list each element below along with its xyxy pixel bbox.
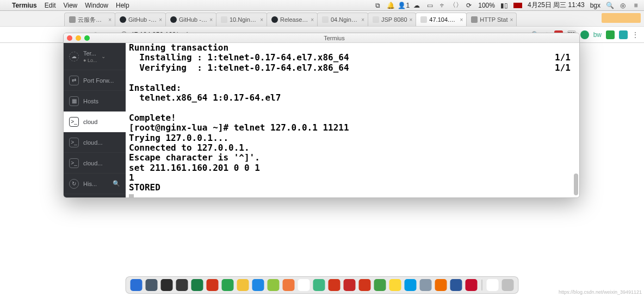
- sidebar-item-history[interactable]: ↻ His... 🔍: [64, 174, 126, 194]
- record-icon[interactable]: ⧉: [374, 2, 381, 9]
- dock-app-icon[interactable]: [466, 279, 478, 291]
- close-tab-icon[interactable]: ×: [108, 17, 112, 23]
- search-icon[interactable]: 🔍: [113, 180, 120, 187]
- menubar-date[interactable]: 4月25日 周三 11:43: [528, 1, 585, 10]
- dock-app-icon[interactable]: [344, 279, 356, 291]
- input-flag-icon[interactable]: [513, 3, 522, 8]
- browser-tab[interactable]: GitHub - un×: [165, 13, 216, 26]
- window-close-icon[interactable]: [67, 35, 72, 41]
- menu-view[interactable]: View: [63, 2, 77, 9]
- dock-app-icon[interactable]: [374, 279, 386, 291]
- dock-app-icon[interactable]: [252, 279, 264, 291]
- sidebar-item-session[interactable]: >_ cloud...: [64, 153, 126, 174]
- sync-icon[interactable]: ⟳: [465, 2, 473, 9]
- sidebar-item-sublabel: ● Lo...: [83, 58, 97, 63]
- code-icon[interactable]: 〈〉: [452, 2, 460, 9]
- dock-app-icon[interactable]: [329, 279, 340, 291]
- sidebar-item-label: cloud...: [83, 139, 120, 146]
- dock-app-icon[interactable]: [268, 279, 280, 291]
- browser-tab[interactable]: Releases · c×: [267, 13, 318, 26]
- dock-app-icon[interactable]: [435, 279, 447, 291]
- close-tab-icon[interactable]: ×: [410, 17, 413, 23]
- extension-icon[interactable]: [619, 30, 628, 39]
- dock-app-icon[interactable]: [450, 279, 462, 291]
- dock-app-icon[interactable]: [283, 279, 295, 291]
- extension-icon[interactable]: bw: [593, 31, 602, 39]
- extension-icon[interactable]: [606, 30, 615, 39]
- dock-app-icon[interactable]: [237, 279, 249, 291]
- browser-tab[interactable]: GitHub - lov×: [115, 13, 166, 26]
- close-tab-icon[interactable]: ×: [159, 17, 162, 23]
- sidebar-item-label: Port Forw...: [83, 77, 120, 84]
- dock-app-icon[interactable]: [487, 279, 499, 291]
- close-tab-icon[interactable]: ×: [311, 17, 314, 23]
- browser-tab[interactable]: JSP 8080×: [368, 13, 416, 26]
- browser-tab[interactable]: HTTP Stat×: [466, 13, 517, 26]
- sidebar-item-label: Hosts: [83, 98, 120, 104]
- sidebar-item-port-forwarding[interactable]: ⇄ Port Forw...: [64, 70, 126, 91]
- sidebar-item-session[interactable]: >_ cloud...: [64, 132, 126, 153]
- window-maximize-icon[interactable]: [84, 35, 90, 41]
- close-tab-icon[interactable]: ×: [209, 17, 213, 23]
- watermark-badge: [602, 13, 641, 23]
- dock-app-icon[interactable]: [502, 279, 514, 291]
- close-tab-icon[interactable]: ×: [460, 17, 463, 23]
- sidebar-item-hosts[interactable]: ▦ Hosts: [64, 91, 126, 112]
- terminal-icon: >_: [69, 158, 79, 168]
- macos-menubar: Termius Edit View Window Help ⧉ 🔔 👤1 ☁ ▭…: [0, 0, 644, 11]
- window-minimize-icon[interactable]: [76, 35, 81, 41]
- close-tab-icon[interactable]: ×: [361, 17, 364, 23]
- notifications-icon[interactable]: ≡: [632, 2, 640, 9]
- dock-app-icon[interactable]: [222, 279, 234, 291]
- dock-app-icon[interactable]: [191, 279, 203, 291]
- close-tab-icon[interactable]: ×: [260, 17, 263, 23]
- display-icon[interactable]: ▭: [426, 2, 434, 9]
- terminal-output[interactable]: Running transaction Installing : 1:telne…: [126, 43, 579, 197]
- app-name-menu[interactable]: Termius: [12, 2, 37, 9]
- sidebar-item-session-active[interactable]: >_ cloud: [64, 112, 126, 132]
- dock-app-icon[interactable]: [313, 279, 325, 291]
- menu-help[interactable]: Help: [116, 2, 129, 9]
- terminal-cursor: [129, 194, 134, 197]
- battery-icon[interactable]: ▮▯: [500, 2, 508, 9]
- window-titlebar[interactable]: Termius: [64, 33, 579, 43]
- menubar-user[interactable]: bgx: [590, 2, 600, 9]
- arrows-icon: ⇄: [69, 76, 79, 85]
- terminal-scrollbar[interactable]: [574, 44, 578, 196]
- dock-app-icon[interactable]: [405, 279, 417, 291]
- macos-dock: [126, 276, 519, 294]
- menu-edit[interactable]: Edit: [45, 2, 56, 9]
- dock-app-icon[interactable]: [389, 279, 401, 291]
- termius-sidebar: ☁ Ter... ● Lo... ⌄ ⇄ Port Forw... ▦ Host…: [64, 43, 126, 197]
- browser-tab[interactable]: 云服务器管×: [64, 13, 115, 26]
- scrollbar-thumb[interactable]: [574, 174, 578, 195]
- dock-app-icon[interactable]: [131, 279, 143, 291]
- cloud-icon[interactable]: ☁: [413, 2, 420, 9]
- watermark-text: https://blog.csdn.net/weixin_39491121: [559, 289, 642, 295]
- grid-icon: ▦: [69, 96, 79, 106]
- headset-icon[interactable]: 🔔: [387, 2, 394, 9]
- battery-percent: 100%: [478, 2, 495, 9]
- dock-app-icon[interactable]: [207, 279, 219, 291]
- dock-app-icon[interactable]: [298, 279, 310, 291]
- dock-app-icon[interactable]: [146, 279, 158, 291]
- dock-app-icon[interactable]: [420, 279, 432, 291]
- menu-window[interactable]: Window: [85, 2, 108, 9]
- sidebar-item-terminal[interactable]: ☁ Ter... ● Lo... ⌄: [64, 43, 126, 70]
- siri-icon[interactable]: ◎: [619, 2, 627, 9]
- spotlight-icon[interactable]: 🔍: [606, 2, 614, 9]
- window-title: Termius: [92, 35, 576, 41]
- wifi-icon[interactable]: ᯤ: [439, 2, 447, 9]
- dock-app-icon[interactable]: [176, 279, 188, 291]
- browser-menu-icon[interactable]: ⋮: [632, 31, 639, 39]
- extension-icon[interactable]: [580, 30, 589, 39]
- chevron-down-icon[interactable]: ⌄: [101, 53, 106, 59]
- browser-tab[interactable]: 10.Nginx+Lu×: [216, 13, 267, 26]
- browser-tab-active[interactable]: 47.104.250.×: [416, 13, 467, 26]
- browser-tab[interactable]: 04.Nginx代×: [317, 13, 368, 26]
- close-tab-icon[interactable]: ×: [510, 17, 513, 23]
- dock-app-icon[interactable]: [161, 279, 173, 291]
- dock-app-icon[interactable]: [359, 279, 371, 291]
- user-icon[interactable]: 👤1: [400, 2, 407, 9]
- browser-tabstrip: 云服务器管× GitHub - lov× GitHub - un× 10.Ngi…: [0, 11, 644, 26]
